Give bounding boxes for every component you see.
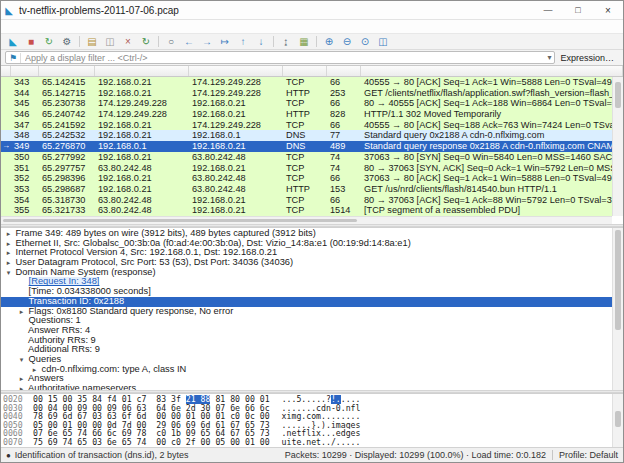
expand-arrow-icon[interactable]: ▾ [4, 268, 13, 278]
minimize-button[interactable]: — [533, 1, 563, 20]
packet-no: 344 [11, 88, 39, 99]
packet-row[interactable]: 346 65.240742 174.129.249.228 192.168.0.… [1, 109, 612, 120]
expand-arrow-icon[interactable]: ▸ [4, 229, 13, 239]
find-packet-button[interactable]: ○ [162, 34, 180, 49]
expand-arrow-icon[interactable]: ▸ [4, 248, 13, 258]
colorize-button[interactable]: ▦ [295, 34, 313, 49]
close-button[interactable]: × [593, 1, 623, 20]
expand-arrow-icon[interactable]: ▸ [4, 258, 13, 268]
details-vscrollbar[interactable] [612, 228, 623, 390]
hex-bytes-pre: 00 15 00 35 84 f4 01 c7 83 3f [33, 395, 186, 404]
detail-line[interactable]: ▸ User Datagram Protocol, Src Port: 53 (… [1, 258, 612, 268]
hex-row[interactable]: 0030 00 04 00 09 00 09 06 63 64 6e 2d 30… [3, 404, 612, 413]
packet-row[interactable]: → 349 65.276870 192.168.0.1 192.168.0.21… [1, 141, 612, 152]
packet-source: 63.80.242.48 [95, 195, 189, 206]
display-filter-field[interactable]: ⚑ ▾ [5, 51, 555, 64]
detail-line[interactable]: [Time: 0.034338000 seconds] [1, 287, 612, 297]
hex-row[interactable]: 0070 75 69 74 65 03 6e 65 74 00 c0 2f 00… [3, 438, 612, 447]
detail-line[interactable]: Authority RRs: 9 [1, 336, 612, 346]
go-last-button[interactable]: ↓ [252, 34, 270, 49]
hex-row[interactable]: 0050 05 00 01 00 00 0d 7d 00 29 06 69 6d… [3, 421, 612, 430]
go-to-packet-button[interactable]: ↦ [216, 34, 234, 49]
packet-time: 65.142715 [39, 88, 95, 99]
packet-row[interactable]: 353 65.298687 192.168.0.21 63.80.242.48 … [1, 184, 612, 195]
zoom-in-button[interactable]: ⊕ [320, 34, 338, 49]
packet-row[interactable]: 350 65.277992 192.168.0.21 63.80.242.48 … [1, 152, 612, 163]
detail-line[interactable]: [Request In: 348] [1, 277, 612, 287]
expand-arrow-icon[interactable]: ▸ [30, 365, 39, 375]
packet-row[interactable]: 344 65.142715 192.168.0.21 174.129.249.2… [1, 88, 612, 99]
vscroll-thumb[interactable] [615, 82, 621, 108]
expand-arrow-icon[interactable]: ▸ [17, 384, 26, 390]
packet-row[interactable]: 355 65.321733 63.80.242.48 192.168.0.21 … [1, 205, 612, 216]
detail-line[interactable]: ▸ Ethernet II, Src: Globalsc_00:3b:0a (f… [1, 239, 612, 249]
status-profile[interactable]: Profile: Default [559, 450, 618, 460]
expand-arrow-icon[interactable]: ▸ [17, 307, 26, 317]
detail-line[interactable]: ▸ Frame 349: 489 bytes on wire (3912 bit… [1, 229, 612, 239]
packet-row[interactable]: 348 65.242532 192.168.0.21 192.168.0.1 D… [1, 130, 612, 141]
expand-arrow-icon[interactable]: ▸ [4, 239, 13, 249]
go-forward-button[interactable]: → [198, 34, 216, 49]
detail-line[interactable]: ▸ Flags: 0x8180 Standard query response,… [1, 307, 612, 317]
detail-line[interactable]: ▾ Queries [1, 355, 612, 365]
packet-list-hscrollbar[interactable] [1, 216, 612, 224]
display-filter-input[interactable] [25, 52, 544, 63]
detail-line[interactable]: ▸ Authoritative nameservers [1, 384, 612, 390]
packet-row[interactable]: 354 65.318730 63.80.242.48 192.168.0.21 … [1, 195, 612, 206]
save-file-button[interactable]: ◫ [101, 34, 119, 49]
detail-line[interactable]: ▸ Answers [1, 374, 612, 384]
packet-info: 40555 → 80 [ACK] Seq=188 Ack=763 Win=742… [361, 120, 612, 131]
go-first-button[interactable]: ↑ [234, 34, 252, 49]
detail-text: Frame 349: 489 bytes on wire (3912 bits)… [16, 229, 316, 238]
detail-line[interactable]: ▾ Domain Name System (response) [1, 268, 612, 278]
stop-capture-button[interactable]: ■ [22, 34, 40, 49]
auto-scroll-icon: ↨ [284, 34, 289, 49]
detail-line[interactable]: Answer RRs: 4 [1, 326, 612, 336]
detail-line[interactable]: Transaction ID: 0x2188 [1, 297, 612, 307]
detail-line[interactable]: ▸ cdn-0.nflximg.com: type A, class IN [1, 365, 612, 375]
zoom-reset-button[interactable]: ⊙ [356, 34, 374, 49]
packet-row[interactable]: 347 65.241592 192.168.0.21 174.129.249.2… [1, 120, 612, 131]
packet-row[interactable]: 345 65.230738 174.129.249.228 192.168.0.… [1, 98, 612, 109]
zoom-out-button[interactable]: ⊖ [338, 34, 356, 49]
detail-line[interactable]: ▸ Internet Protocol Version 4, Src: 192.… [1, 248, 612, 258]
filter-dropdown-caret-icon[interactable]: ▾ [544, 53, 551, 62]
close-file-button[interactable]: × [119, 34, 137, 49]
hex-vscrollbar[interactable] [612, 394, 623, 447]
expand-arrow-icon[interactable]: ▾ [17, 355, 26, 365]
expand-arrow-icon[interactable]: ▸ [17, 374, 26, 384]
reload-file-button[interactable]: ↻ [137, 34, 155, 49]
filter-bookmark-icon[interactable]: ⚑ [9, 53, 21, 63]
detail-line[interactable]: Questions: 1 [1, 316, 612, 326]
packet-list-vscrollbar[interactable] [612, 77, 623, 216]
vscroll-thumb[interactable] [615, 411, 621, 427]
column-header-info[interactable] [361, 66, 623, 76]
column-header-no[interactable] [11, 66, 39, 76]
expert-info-icon[interactable]: ● [6, 451, 11, 460]
packet-row[interactable]: 352 65.298396 192.168.0.21 63.80.242.48 … [1, 173, 612, 184]
restart-capture-button[interactable]: ↻ [40, 34, 58, 49]
column-header-time[interactable] [39, 66, 95, 76]
hex-row[interactable]: 0060 07 6e 65 74 66 6c 69 78 c0 1b 09 65… [3, 429, 612, 438]
detail-line[interactable]: Additional RRs: 9 [1, 345, 612, 355]
vscroll-thumb[interactable] [615, 230, 621, 330]
expression-button[interactable]: Expression… [555, 53, 619, 63]
hex-row[interactable]: 0040 78 69 6d 67 03 63 6f 6d 00 00 01 00… [3, 412, 612, 421]
status-bar: ● Identification of transaction (dns.id)… [1, 447, 623, 462]
packet-protocol: HTTP [283, 109, 327, 120]
column-header-length[interactable] [327, 66, 361, 76]
column-header-source[interactable] [95, 66, 189, 76]
start-capture-button[interactable]: ◣ [4, 34, 22, 49]
open-file-button[interactable]: ▤ [83, 34, 101, 49]
hex-row[interactable]: 0020 00 15 00 35 84 f4 01 c7 83 3f 21 88… [3, 395, 612, 404]
capture-options-button[interactable]: ⚙ [58, 34, 76, 49]
auto-scroll-button[interactable]: ↨ [277, 34, 295, 49]
column-header-protocol[interactable] [283, 66, 327, 76]
packet-row[interactable]: 351 65.297757 63.80.242.48 192.168.0.21 … [1, 163, 612, 174]
go-back-button[interactable]: ← [180, 34, 198, 49]
hscroll-thumb[interactable] [3, 219, 357, 222]
packet-row[interactable]: 343 65.142415 192.168.0.21 174.129.249.2… [1, 77, 612, 88]
resize-columns-button[interactable]: ◫ [374, 34, 392, 49]
column-header-destination[interactable] [189, 66, 283, 76]
maximize-button[interactable]: □ [563, 1, 593, 20]
